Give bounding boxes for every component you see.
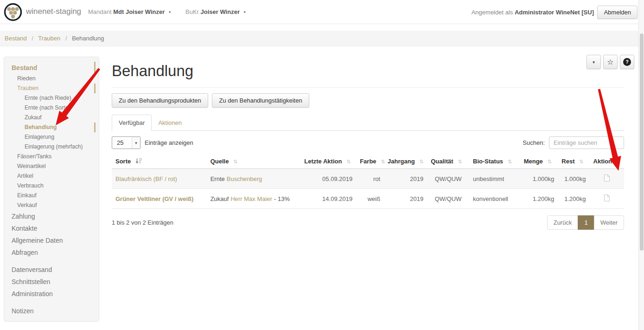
column-header-sorte[interactable]: Sorte (112, 155, 207, 169)
help-icon: ? (623, 58, 631, 66)
sidebar-item-allgemeine-daten[interactable]: Allgemeine Daten (4, 234, 99, 246)
sidebar-item-zukauf[interactable]: Zukauf (4, 113, 99, 123)
quelle-link[interactable]: Buschenberg (227, 175, 262, 182)
sidebar-item-faesser-tanks[interactable]: Fässer/Tanks (4, 152, 99, 162)
sidebar-item-einkauf[interactable]: Einkauf (4, 191, 99, 201)
cell-aktionen (590, 189, 624, 209)
quelle-link[interactable]: Herr Max Maier (230, 195, 272, 202)
document-action-icon[interactable] (604, 174, 610, 182)
sidebar-nav: Bestand Rieden Trauben Ernte (nach Riede… (4, 57, 99, 322)
search-input[interactable] (549, 136, 624, 149)
sorte-link[interactable]: Grüner Veltliner (GV / weiß) (115, 195, 193, 202)
sidebar-item-datenversand[interactable]: Datenversand (4, 264, 99, 276)
tab-aktionen[interactable]: Aktionen (152, 115, 188, 130)
behandlung-table: Sorte Quelle ⇅ Letzte Aktion ⇅ (112, 155, 624, 209)
column-header-qualitaet[interactable]: Qualität ⇅ (427, 155, 469, 169)
sidebar-item-notizen[interactable]: Notizen (4, 305, 99, 317)
cell-sorte: Grüner Veltliner (GV / weiß) (112, 189, 207, 209)
breadcrumb: Bestand / Trauben / Behandlung (0, 31, 644, 46)
table-row: Blaufränkisch (BF / rot) ErnteBuschenber… (112, 169, 624, 189)
sort-icon: ⇅ (233, 159, 237, 164)
tab-verfuegbar[interactable]: Verfügbar (112, 115, 152, 131)
sidebar-item-weinartikel[interactable]: Weinartikel (4, 162, 99, 171)
sorte-link[interactable]: Blaufränkisch (BF / rot) (115, 175, 177, 182)
app-root: { "colors": { "accent_tan": "#ab9a6e", "… (0, 0, 644, 330)
sidebar-item-bestand[interactable]: Bestand (4, 62, 99, 74)
column-header-menge[interactable]: Menge ⇅ (520, 155, 558, 169)
cell-bio-status: konventionell (469, 189, 520, 209)
vertical-scrollbar[interactable] (638, 0, 644, 330)
breadcrumb-link-trauben[interactable]: Trauben (38, 35, 60, 42)
column-header-letzte-aktion[interactable]: Letzte Aktion ⇅ (300, 155, 356, 169)
sidebar-item-einlagerung[interactable]: Einlagerung (4, 132, 99, 142)
cell-letzte-aktion: 14.09.2019 (300, 189, 356, 209)
sidebar-item-artikel[interactable]: Artikel (4, 171, 99, 181)
tab-bar: Verfügbar Aktionen (112, 115, 624, 131)
sidebar-item-trauben[interactable]: Trauben (4, 84, 99, 93)
pagination-next-button[interactable]: Weiter (594, 215, 624, 230)
table-row: Grüner Veltliner (GV / weiß) ZukaufHerr … (112, 189, 624, 209)
table-controls: 25 ▾ Einträge anzeigen Suchen: (112, 136, 624, 149)
topbar: winenet-staging Mandant Mdt Joiser Winze… (0, 0, 644, 24)
sort-icon: ⇅ (547, 159, 551, 164)
sidebar-item-verbrauch[interactable]: Verbrauch (4, 181, 99, 191)
sidebar-item-kontakte[interactable]: Kontakte (4, 222, 99, 234)
sidebar-item-behandlung[interactable]: Behandlung (4, 123, 99, 132)
cell-aktionen (590, 169, 624, 189)
table-info: 1 bis 2 von 2 Einträgen (112, 215, 173, 226)
sidebar-item-zahlung[interactable]: Zahlung (4, 210, 99, 222)
pagination-page-1-button[interactable]: 1 (578, 215, 594, 230)
cell-farbe: weiß (356, 189, 384, 209)
column-header-rest[interactable]: Rest ⇅ (558, 155, 589, 169)
bukr-value: Joiser Winzer (201, 8, 240, 15)
brand-name[interactable]: winenet-staging (26, 7, 81, 16)
table-footer: 1 bis 2 von 2 Einträgen Zurück 1 Weiter (112, 215, 624, 230)
cell-rest: 1.200kg (558, 189, 589, 209)
column-header-quelle[interactable]: Quelle ⇅ (207, 155, 301, 169)
cell-jahrgang: 2019 (384, 169, 427, 189)
bukr-dropdown[interactable]: BuKr Joiser Winzer ▾ (185, 8, 246, 15)
caret-down-icon: ▾ (132, 137, 140, 149)
cell-menge: 1.200kg (520, 189, 558, 209)
behandlungstaetigkeiten-button[interactable]: Zu den Behandlungstätigkeiten (212, 93, 309, 108)
cell-sorte: Blaufränkisch (BF / rot) (112, 169, 207, 189)
scrollbar-thumb[interactable] (640, 33, 644, 251)
breadcrumb-bar: Bestand / Trauben / Behandlung (0, 31, 644, 46)
mandant-dropdown[interactable]: Mandant Mdt Joiser Winzer ▾ (88, 8, 171, 15)
breadcrumb-separator: / (65, 35, 67, 42)
column-header-bio-status[interactable]: Bio-Status ⇅ (469, 155, 520, 169)
column-header-farbe[interactable]: Farbe ⇅ (356, 155, 384, 169)
pagination: Zurück 1 Weiter (547, 215, 624, 230)
page-size-select[interactable]: 25 ▾ (112, 136, 140, 149)
action-buttons: Zu den Behandlungsprodukten Zu den Behan… (112, 93, 624, 108)
sidebar-item-abfragen[interactable]: Abfragen (4, 246, 99, 259)
sidebar-item-schnittstellen[interactable]: Schnittstellen (4, 276, 99, 288)
breadcrumb-current: Behandlung (72, 35, 104, 42)
cell-letzte-aktion: 05.09.2019 (300, 169, 356, 189)
sort-icon: ⇅ (508, 159, 512, 164)
sidebar-item-administration[interactable]: Administration (4, 288, 99, 300)
cell-qualitaet: QW/QUW (427, 189, 469, 209)
sidebar-item-ernte-nach-riede[interactable]: Ernte (nach Riede) (4, 93, 99, 103)
column-header-jahrgang[interactable]: Jahrgang ⇅ (384, 155, 427, 169)
column-header-aktionen: Aktionen (590, 155, 624, 169)
table-header-row: Sorte Quelle ⇅ Letzte Aktion ⇅ (112, 155, 624, 169)
cell-bio-status: unbestimmt (469, 169, 520, 189)
breadcrumb-link-bestand[interactable]: Bestand (5, 35, 27, 42)
sidebar-item-verkauf[interactable]: Verkauf (4, 201, 99, 210)
sidebar-item-ernte-nach-sorte[interactable]: Ernte (nach Sorte) (4, 103, 99, 113)
logout-button[interactable]: Abmelden (597, 6, 638, 19)
behandlungsprodukte-button[interactable]: Zu den Behandlungsprodukten (112, 93, 208, 108)
sort-icon: ⇅ (346, 159, 351, 164)
winenet-logo-icon[interactable] (4, 3, 22, 21)
document-action-icon[interactable] (604, 194, 610, 202)
sidebar-item-einlagerung-mehrfach[interactable]: Einlagerung (mehrfach) (4, 142, 99, 152)
cell-menge: 1.000kg (520, 169, 558, 189)
sidebar-item-rieden[interactable]: Rieden (4, 74, 99, 84)
search-control: Suchen: (523, 136, 624, 149)
sort-icon: ⇅ (458, 159, 462, 164)
caret-down-icon: ▾ (169, 10, 171, 14)
pagination-prev-button[interactable]: Zurück (547, 215, 579, 230)
breadcrumb-separator: / (32, 35, 33, 42)
signed-in-label: Angemeldet als (472, 9, 513, 16)
